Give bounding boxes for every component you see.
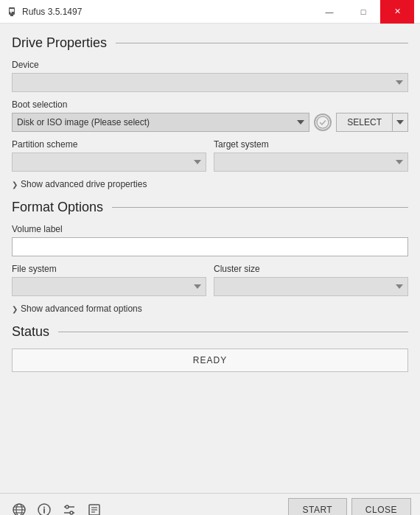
drive-properties-title: Drive Properties (12, 35, 107, 51)
boot-check-icon (314, 113, 332, 131)
status-bar-container: READY (12, 348, 408, 372)
advanced-format-link-label: Show advanced format options (21, 304, 142, 314)
cluster-size-group: Cluster size (214, 264, 408, 296)
boot-selection-row: Disk or ISO image (Please select) SELECT (12, 113, 408, 132)
partition-scheme-group: Partition scheme (12, 139, 206, 172)
maximize-button[interactable]: □ (346, 0, 380, 24)
boot-selection-group: Boot selection Disk or ISO image (Please… (12, 99, 408, 132)
select-dropdown-arrow-icon (396, 120, 404, 125)
target-system-group: Target system (214, 139, 408, 172)
settings-button[interactable] (59, 500, 80, 515)
log-icon (87, 502, 102, 515)
format-options-header: Format Options (12, 200, 408, 215)
volume-label-group: Volume label (12, 224, 408, 256)
svg-point-12 (43, 507, 45, 508)
device-label: Device (12, 60, 408, 70)
advanced-drive-chevron-icon: ❯ (12, 181, 18, 189)
globe-icon (12, 502, 27, 515)
cluster-size-select[interactable] (214, 277, 408, 296)
cluster-size-label: Cluster size (214, 264, 408, 274)
fs-cluster-row: File system Cluster size (12, 264, 408, 296)
bottom-toolbar: START CLOSE (0, 493, 420, 515)
globe-button[interactable] (9, 500, 29, 515)
target-system-select[interactable] (214, 153, 408, 172)
file-system-select[interactable] (12, 277, 206, 296)
boot-selection-select[interactable]: Disk or ISO image (Please select) (12, 113, 309, 132)
show-advanced-drive-link[interactable]: ❯ Show advanced drive properties (12, 179, 408, 189)
status-header: Status (12, 324, 408, 340)
window-close-button[interactable]: ✕ (380, 0, 414, 24)
advanced-format-chevron-icon: ❯ (12, 305, 18, 313)
svg-point-14 (66, 505, 69, 508)
start-button[interactable]: START (288, 498, 347, 515)
format-options-divider (112, 207, 408, 208)
status-text: READY (193, 355, 227, 365)
show-advanced-format-link[interactable]: ❯ Show advanced format options (12, 304, 408, 314)
target-system-label: Target system (214, 139, 408, 150)
volume-label-input[interactable] (12, 237, 408, 256)
svg-point-3 (10, 12, 12, 13)
main-content: Drive Properties Device Boot selection D… (0, 24, 420, 493)
svg-rect-1 (10, 15, 13, 16)
advanced-drive-link-label: Show advanced drive properties (21, 179, 147, 189)
partition-scheme-select[interactable] (12, 153, 206, 172)
select-button-group: SELECT (336, 113, 408, 132)
boot-selection-label: Boot selection (12, 99, 408, 110)
status-title: Status (12, 324, 49, 340)
info-button[interactable] (34, 500, 55, 515)
window-controls: — □ ✕ (312, 0, 414, 24)
svg-rect-2 (10, 9, 14, 12)
drive-properties-header: Drive Properties (12, 35, 408, 51)
close-button[interactable]: CLOSE (351, 498, 411, 515)
svg-point-16 (70, 511, 73, 514)
svg-point-4 (317, 116, 329, 128)
file-system-label: File system (12, 264, 206, 274)
device-group: Device (12, 60, 408, 92)
partition-target-row: Partition scheme Target system (12, 139, 408, 172)
device-select[interactable] (12, 73, 408, 92)
status-divider (58, 332, 408, 332)
log-button[interactable] (84, 500, 105, 515)
volume-label-label: Volume label (12, 224, 408, 234)
file-system-group: File system (12, 264, 206, 296)
app-icon (6, 6, 18, 18)
settings-icon (62, 502, 77, 515)
status-bar: READY (12, 348, 408, 372)
partition-scheme-label: Partition scheme (12, 139, 206, 150)
app-title: Rufus 3.5.1497 (22, 7, 312, 17)
title-bar: Rufus 3.5.1497 — □ ✕ (0, 0, 420, 24)
drive-properties-divider (116, 43, 408, 43)
minimize-button[interactable]: — (312, 0, 346, 24)
info-icon (37, 502, 52, 515)
select-dropdown-button[interactable] (392, 113, 408, 132)
format-options-title: Format Options (12, 200, 103, 215)
select-iso-button[interactable]: SELECT (336, 113, 392, 132)
